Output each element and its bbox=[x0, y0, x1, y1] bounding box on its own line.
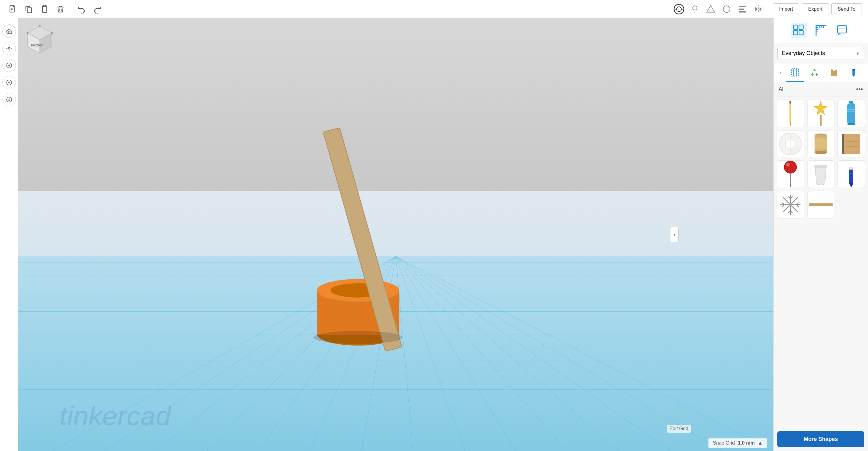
circle-icon-btn[interactable] bbox=[720, 2, 733, 16]
send-to-button[interactable]: Send To bbox=[831, 3, 862, 15]
svg-rect-97 bbox=[789, 103, 791, 105]
zoom-out-button[interactable] bbox=[2, 76, 16, 89]
download-button[interactable] bbox=[2, 93, 16, 106]
svg-rect-131 bbox=[849, 170, 853, 179]
svg-point-21 bbox=[8, 48, 10, 49]
svg-rect-102 bbox=[847, 109, 855, 110]
shape-star-stick[interactable] bbox=[807, 100, 835, 127]
viewport[interactable]: tinkercad FRONT Edit Grid bbox=[18, 18, 773, 451]
shape-crayon[interactable] bbox=[837, 160, 865, 188]
svg-point-123 bbox=[786, 163, 790, 167]
svg-marker-92 bbox=[852, 76, 855, 77]
svg-rect-147 bbox=[809, 203, 833, 206]
shape-stick[interactable] bbox=[807, 191, 835, 218]
more-shapes-button[interactable]: More Shapes bbox=[777, 431, 864, 447]
shape-icon-btn[interactable] bbox=[704, 2, 717, 16]
main-area: tinkercad FRONT Edit Grid bbox=[0, 18, 868, 451]
svg-text:FRONT: FRONT bbox=[31, 43, 43, 47]
shape-notebook[interactable] bbox=[837, 130, 865, 158]
snap-grid-value[interactable]: 1.0 mm bbox=[738, 440, 755, 446]
panel-scroll-left-btn[interactable]: › bbox=[670, 227, 679, 242]
svg-rect-3 bbox=[27, 8, 31, 12]
ruler-panel-btn[interactable] bbox=[813, 23, 829, 38]
shape-pencil[interactable] bbox=[777, 100, 804, 127]
svg-rect-5 bbox=[44, 5, 46, 7]
tab-recycle[interactable] bbox=[805, 64, 824, 82]
svg-text:tinkercad: tinkercad bbox=[60, 401, 172, 430]
all-bar: All ••• bbox=[774, 82, 868, 96]
edit-grid-label[interactable]: Edit Grid bbox=[667, 425, 691, 433]
svg-rect-89 bbox=[833, 70, 835, 76]
tab-marker[interactable] bbox=[844, 64, 863, 82]
mirror-icon-btn[interactable] bbox=[752, 2, 765, 16]
shape-grid bbox=[774, 96, 868, 427]
svg-rect-69 bbox=[799, 25, 803, 29]
svg-rect-103 bbox=[847, 111, 855, 112]
panel-top-icons bbox=[774, 18, 868, 43]
category-dropdown[interactable]: Everyday Objects ▼ bbox=[777, 47, 864, 60]
all-label: All bbox=[778, 86, 785, 93]
svg-rect-101 bbox=[847, 103, 855, 124]
align-icon-btn[interactable] bbox=[736, 2, 749, 16]
svg-point-104 bbox=[847, 123, 855, 125]
front-cube-indicator[interactable]: FRONT bbox=[25, 25, 55, 55]
import-button[interactable]: Import bbox=[773, 3, 799, 15]
svg-rect-100 bbox=[849, 101, 853, 103]
shape-cup[interactable] bbox=[807, 160, 835, 188]
undo-button[interactable] bbox=[75, 2, 88, 16]
new-button[interactable] bbox=[6, 2, 20, 16]
shape-snowflake[interactable] bbox=[777, 191, 804, 218]
shape-toilet-paper[interactable] bbox=[777, 130, 804, 158]
svg-rect-126 bbox=[814, 165, 827, 168]
svg-point-14 bbox=[723, 6, 730, 12]
tabs-prev-btn[interactable]: ‹ bbox=[776, 68, 785, 77]
svg-rect-83 bbox=[791, 69, 799, 76]
svg-marker-95 bbox=[789, 123, 791, 126]
lightbulb-icon-btn[interactable] bbox=[688, 2, 702, 16]
svg-rect-70 bbox=[794, 31, 798, 35]
shape-can[interactable] bbox=[807, 130, 835, 158]
svg-marker-20 bbox=[759, 7, 762, 11]
svg-point-65 bbox=[39, 25, 41, 27]
svg-point-146 bbox=[789, 203, 792, 206]
svg-rect-130 bbox=[849, 167, 853, 170]
file-tools bbox=[6, 2, 104, 16]
shape-water-bottle[interactable] bbox=[837, 100, 865, 127]
svg-point-67 bbox=[27, 32, 28, 34]
svg-rect-80 bbox=[837, 26, 847, 33]
svg-point-112 bbox=[814, 151, 827, 154]
export-button[interactable]: Export bbox=[802, 3, 829, 15]
snap-up-icon[interactable]: ▲ bbox=[758, 440, 763, 446]
notes-panel-btn[interactable] bbox=[835, 23, 851, 38]
tab-resize[interactable] bbox=[786, 64, 804, 82]
svg-rect-68 bbox=[794, 25, 798, 29]
svg-point-7 bbox=[677, 7, 681, 11]
svg-rect-15 bbox=[739, 6, 746, 7]
fit-view-button[interactable] bbox=[2, 41, 16, 55]
left-sidebar bbox=[0, 18, 18, 451]
svg-rect-129 bbox=[849, 163, 853, 167]
separator-1 bbox=[71, 5, 71, 14]
category-label: Everyday Objects bbox=[782, 50, 825, 57]
tab-bars[interactable] bbox=[825, 64, 843, 82]
zoom-in-button[interactable] bbox=[2, 59, 16, 72]
shape-tabs: ‹ bbox=[774, 64, 868, 82]
home-view-button[interactable] bbox=[2, 25, 16, 38]
separator-2 bbox=[769, 5, 769, 14]
category-arrow: ▼ bbox=[856, 51, 860, 56]
svg-rect-16 bbox=[739, 8, 744, 10]
svg-rect-120 bbox=[842, 134, 844, 154]
delete-button[interactable] bbox=[54, 2, 67, 16]
main-toolbar: Import Export Send To bbox=[0, 0, 868, 18]
paste-button[interactable] bbox=[38, 2, 51, 16]
copy-button[interactable] bbox=[22, 2, 35, 16]
more-options-btn[interactable]: ••• bbox=[856, 85, 863, 93]
grid-panel-btn[interactable] bbox=[791, 23, 807, 38]
shape-pin[interactable] bbox=[777, 160, 804, 188]
tabs-next-btn[interactable]: › bbox=[864, 68, 868, 77]
svg-rect-96 bbox=[789, 101, 791, 103]
redo-button[interactable] bbox=[91, 2, 104, 16]
svg-rect-90 bbox=[835, 70, 837, 76]
snap-grid-label: Snap Grid bbox=[713, 440, 735, 446]
camera-icon-btn[interactable] bbox=[672, 2, 686, 16]
